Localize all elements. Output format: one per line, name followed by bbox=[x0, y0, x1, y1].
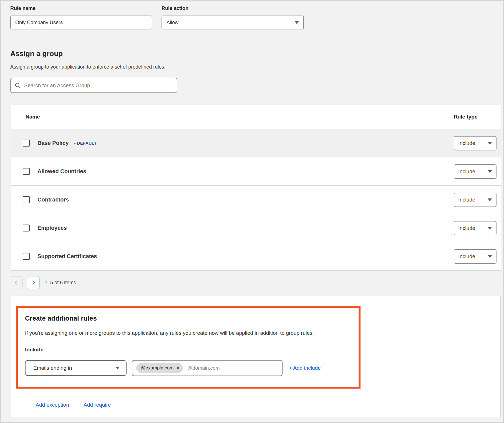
group-name: Allowed Countries bbox=[37, 168, 86, 175]
row-name-cell: Contractors bbox=[23, 196, 454, 203]
column-header-rule-type: Rule type bbox=[454, 114, 497, 120]
row-name-cell: Supported Certificates bbox=[23, 253, 454, 260]
access-groups-table: Name Rule type Base Policy DEFAULT Inclu… bbox=[11, 105, 501, 271]
row-name-cell: Base Policy DEFAULT bbox=[23, 140, 454, 147]
chevron-down-icon bbox=[294, 21, 299, 24]
table-row: Employees Include bbox=[11, 214, 501, 242]
group-name: Employees bbox=[37, 225, 67, 231]
rule-action-select[interactable]: Allow bbox=[162, 16, 304, 29]
chevron-down-icon bbox=[488, 255, 492, 258]
table-row: Supported Certificates Include bbox=[11, 242, 501, 270]
row-name-cell: Employees bbox=[23, 225, 454, 231]
chevron-down-icon bbox=[115, 367, 120, 369]
chip-remove-icon[interactable]: ✕ bbox=[176, 366, 180, 370]
additional-rules-title: Create additional rules bbox=[25, 314, 350, 322]
rule-form-row: Rule name Rule action Allow bbox=[10, 6, 503, 29]
email-domain-input[interactable] bbox=[187, 365, 279, 371]
rule-action-field: Rule action Allow bbox=[162, 6, 304, 29]
rule-action-label: Rule action bbox=[162, 6, 304, 11]
rule-type-value: Include bbox=[458, 253, 475, 260]
default-badge: DEFAULT bbox=[74, 141, 97, 145]
row-name-cell: Allowed Countries bbox=[23, 168, 454, 175]
table-bottom-border bbox=[11, 270, 501, 271]
rule-action-value: Allow bbox=[167, 20, 178, 26]
add-include-link[interactable]: + Add include bbox=[289, 365, 321, 371]
include-rule-controls: Emails ending in @example.com ✕ + Add in… bbox=[25, 360, 350, 376]
rule-name-input[interactable] bbox=[10, 16, 152, 29]
row-checkbox[interactable] bbox=[23, 168, 30, 175]
rule-name-field: Rule name bbox=[10, 6, 152, 29]
column-header-name: Name bbox=[26, 114, 454, 120]
table-row: Allowed Countries Include bbox=[11, 157, 501, 185]
email-domain-chip: @example.com ✕ bbox=[136, 363, 183, 373]
additional-rules-card: Create additional rules If you're assign… bbox=[11, 296, 501, 417]
chevron-down-icon bbox=[488, 198, 492, 201]
group-name: Supported Certificates bbox=[37, 253, 97, 260]
chevron-down-icon bbox=[488, 170, 492, 173]
access-group-search[interactable] bbox=[10, 78, 177, 93]
rule-type-value: Include bbox=[458, 168, 475, 175]
include-label: Include bbox=[25, 347, 350, 353]
pagination: 1–5 of 6 items bbox=[10, 276, 503, 289]
page: Rule name Rule action Allow Assign a gro… bbox=[1, 1, 503, 417]
chevron-right-icon bbox=[31, 281, 35, 284]
group-name: Contractors bbox=[37, 197, 69, 203]
chevron-down-icon bbox=[488, 142, 492, 145]
row-checkbox[interactable] bbox=[23, 225, 30, 231]
row-checkbox[interactable] bbox=[23, 253, 30, 260]
condition-value: Emails ending in bbox=[33, 365, 72, 371]
chevron-down-icon bbox=[488, 227, 492, 230]
pagination-label: 1–5 of 6 items bbox=[45, 280, 76, 286]
rule-type-dropdown[interactable]: Include bbox=[454, 193, 497, 207]
email-domain-tag-input[interactable]: @example.com ✕ bbox=[132, 360, 283, 376]
search-icon bbox=[15, 82, 21, 89]
table-row: Base Policy DEFAULT Include bbox=[11, 129, 501, 157]
assign-group-description: Assign a group to your application to en… bbox=[10, 64, 503, 70]
table-header: Name Rule type bbox=[11, 105, 501, 129]
footer-links: + Add exception + Add require bbox=[31, 402, 500, 408]
rule-type-value: Include bbox=[458, 140, 475, 146]
highlight-annotation-box: Create additional rules If you're assign… bbox=[16, 306, 361, 389]
group-name: Base Policy bbox=[37, 140, 69, 146]
rule-type-dropdown[interactable]: Include bbox=[454, 221, 497, 235]
assign-group-title: Assign a group bbox=[10, 49, 503, 58]
rule-type-dropdown[interactable]: Include bbox=[454, 136, 497, 150]
rule-type-dropdown[interactable]: Include bbox=[454, 164, 497, 179]
search-input[interactable] bbox=[24, 82, 173, 89]
table-row: Contractors Include bbox=[11, 185, 501, 214]
chip-label: @example.com bbox=[141, 365, 173, 371]
row-checkbox[interactable] bbox=[23, 196, 30, 203]
rule-name-label: Rule name bbox=[10, 6, 152, 11]
row-checkbox[interactable] bbox=[23, 140, 30, 147]
add-exception-link[interactable]: + Add exception bbox=[31, 402, 69, 408]
next-page-button[interactable] bbox=[27, 276, 40, 289]
chevron-left-icon bbox=[15, 281, 19, 284]
condition-select[interactable]: Emails ending in bbox=[25, 360, 127, 376]
rule-type-value: Include bbox=[458, 197, 475, 203]
rule-type-dropdown[interactable]: Include bbox=[454, 249, 497, 264]
additional-rules-description: If you're assigning one or more groups t… bbox=[25, 330, 350, 336]
add-require-link[interactable]: + Add require bbox=[79, 402, 111, 408]
previous-page-button[interactable] bbox=[10, 276, 22, 289]
rule-type-value: Include bbox=[458, 225, 475, 231]
